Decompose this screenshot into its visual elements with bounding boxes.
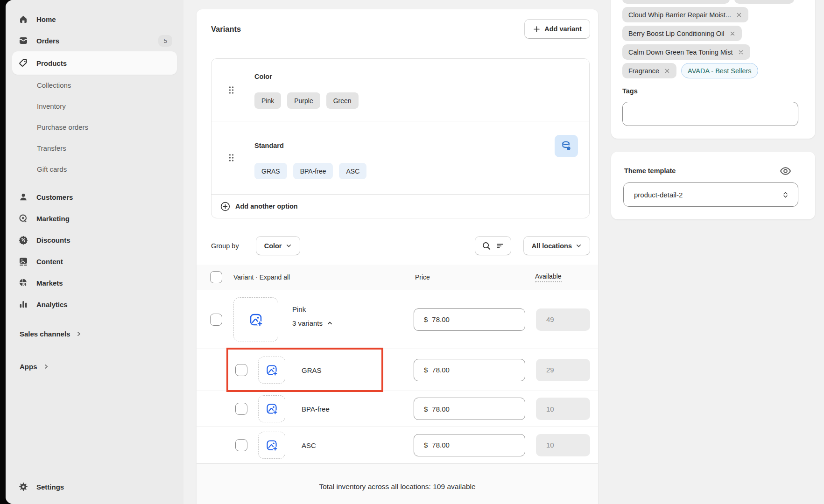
drag-handle-icon[interactable] xyxy=(228,85,234,94)
row-checkbox[interactable] xyxy=(210,314,222,326)
sidebar-item-transfers[interactable]: Transfers xyxy=(12,138,177,159)
sidebar-item-discounts[interactable]: Discounts xyxy=(12,229,177,251)
chevron-up-icon xyxy=(327,320,333,326)
organization-card: Cloud Whip Barrier Repair Moist... Berry… xyxy=(611,0,815,139)
option-row-color[interactable]: Color Pink Purple Green xyxy=(211,59,589,121)
add-image-tile[interactable] xyxy=(233,297,278,342)
select-all-checkbox[interactable] xyxy=(210,271,222,283)
price-column-header: Price xyxy=(415,273,430,281)
collection-pill-partial xyxy=(734,0,794,4)
sidebar-item-label: Customers xyxy=(36,193,73,201)
option-row-standard[interactable]: Standard GRAS BPA-free ASC xyxy=(211,121,589,194)
add-image-tile[interactable] xyxy=(258,432,285,459)
sidebar-item-markets[interactable]: Markets xyxy=(12,272,177,294)
collection-pill: Cloud Whip Barrier Repair Moist... xyxy=(622,7,748,22)
sidebar-item-collections[interactable]: Collections xyxy=(12,75,177,96)
metafield-database-icon[interactable] xyxy=(555,135,578,157)
eye-icon[interactable] xyxy=(779,165,792,177)
collection-pill: Fragrance xyxy=(622,63,676,78)
chevron-down-icon xyxy=(576,243,582,249)
option-name: Color xyxy=(254,73,272,80)
variant-group-name: Pink xyxy=(292,305,333,313)
sidebar-item-orders[interactable]: Orders 5 xyxy=(12,30,177,51)
sidebar-item-gift-cards[interactable]: Gift cards xyxy=(12,159,177,180)
variants-table: Variant · Expand all Price Available Pin… xyxy=(197,265,598,504)
option-value-chip: GRAS xyxy=(254,163,287,179)
content-icon xyxy=(18,256,28,267)
sidebar-item-label: Discounts xyxy=(36,236,70,244)
variant-name: GRAS xyxy=(302,366,322,374)
sidebar-item-inventory[interactable]: Inventory xyxy=(12,96,177,117)
tags-input[interactable] xyxy=(622,102,798,126)
analytics-icon xyxy=(18,299,28,310)
price-field[interactable]: $ xyxy=(414,359,525,381)
price-field[interactable]: $ xyxy=(414,434,525,456)
sidebar-item-products[interactable]: Products xyxy=(12,51,177,75)
image-plus-icon xyxy=(266,439,278,451)
drag-handle-icon[interactable] xyxy=(228,154,234,162)
sidebar-item-label: Content xyxy=(36,258,63,266)
search-filter-button[interactable] xyxy=(475,236,511,255)
remove-icon[interactable] xyxy=(736,12,742,18)
add-variant-button[interactable]: Add variant xyxy=(524,19,590,39)
price-input[interactable] xyxy=(432,405,502,413)
sidebar-section-sales-channels[interactable]: Sales channels xyxy=(12,324,177,343)
price-input[interactable] xyxy=(432,441,502,449)
price-input[interactable] xyxy=(432,315,502,323)
theme-template-card: Theme template product-detail-2 xyxy=(611,152,815,219)
currency-symbol: $ xyxy=(424,366,428,374)
sidebar-item-marketing[interactable]: Marketing xyxy=(12,208,177,229)
chevron-down-icon xyxy=(286,243,292,249)
sidebar-item-label: Markets xyxy=(36,279,63,287)
variants-title: Variants xyxy=(211,25,241,34)
sidebar-item-label: Orders xyxy=(36,37,59,45)
group-by-select[interactable]: Color xyxy=(256,236,300,255)
row-checkbox[interactable] xyxy=(235,364,247,376)
option-value-chip: ASC xyxy=(339,163,366,179)
remove-icon[interactable] xyxy=(738,49,744,56)
remove-icon[interactable] xyxy=(664,68,670,74)
price-input[interactable] xyxy=(432,366,502,374)
sidebar-item-content[interactable]: Content xyxy=(12,251,177,272)
add-image-tile[interactable] xyxy=(258,395,285,422)
marketing-icon xyxy=(18,213,28,224)
option-value-chip: Pink xyxy=(254,92,281,109)
content-area: Variants Add variant Color Pink P xyxy=(183,0,824,504)
row-checkbox[interactable] xyxy=(235,439,247,451)
price-field[interactable]: $ xyxy=(414,398,525,420)
locations-select[interactable]: All locations xyxy=(523,236,590,255)
add-another-option-button[interactable]: Add another option xyxy=(211,194,589,218)
orders-count-badge: 5 xyxy=(158,35,172,47)
app-window: Home Orders 5 Products Collections Inven… xyxy=(6,0,824,504)
variant-column-header[interactable]: Variant · Expand all xyxy=(233,273,290,281)
collapse-variants-toggle[interactable]: 3 variants xyxy=(292,319,333,327)
sidebar-item-purchase-orders[interactable]: Purchase orders xyxy=(12,117,177,138)
variants-card: Variants Add variant Color Pink P xyxy=(197,9,598,504)
add-image-tile[interactable] xyxy=(258,357,285,384)
orders-icon xyxy=(18,35,28,46)
option-value-chip: Purple xyxy=(287,92,320,109)
available-field-disabled: 49 xyxy=(536,308,590,331)
sidebar-item-analytics[interactable]: Analytics xyxy=(12,294,177,315)
remove-icon[interactable] xyxy=(729,30,736,37)
image-plus-icon xyxy=(266,403,278,415)
sidebar-section-apps[interactable]: Apps xyxy=(12,357,177,376)
sidebar-item-home[interactable]: Home xyxy=(12,8,177,30)
price-field[interactable]: $ xyxy=(414,308,525,331)
sidebar-item-customers[interactable]: Customers xyxy=(12,186,177,208)
available-column-header: Available xyxy=(535,273,562,282)
variant-name: ASC xyxy=(302,441,316,449)
variant-row-bpa-free: BPA-free $ 10 xyxy=(197,391,598,427)
option-value-chip: BPA-free xyxy=(293,163,333,179)
variant-name: BPA-free xyxy=(302,405,330,413)
option-value-chip: Green xyxy=(326,92,359,109)
collection-pill: Berry Boost Lip Conditioning Oil xyxy=(622,26,742,41)
theme-template-select[interactable]: product-detail-2 xyxy=(623,182,798,207)
sidebar-item-label: Settings xyxy=(36,483,64,491)
currency-symbol: $ xyxy=(424,315,428,323)
sidebar: Home Orders 5 Products Collections Inven… xyxy=(6,0,183,504)
row-checkbox[interactable] xyxy=(235,403,247,415)
sidebar-item-settings[interactable]: Settings xyxy=(12,476,177,497)
variant-row-gras: GRAS $ 29 xyxy=(197,349,598,391)
collection-link-pill[interactable]: AVADA - Best Sellers xyxy=(681,63,758,78)
